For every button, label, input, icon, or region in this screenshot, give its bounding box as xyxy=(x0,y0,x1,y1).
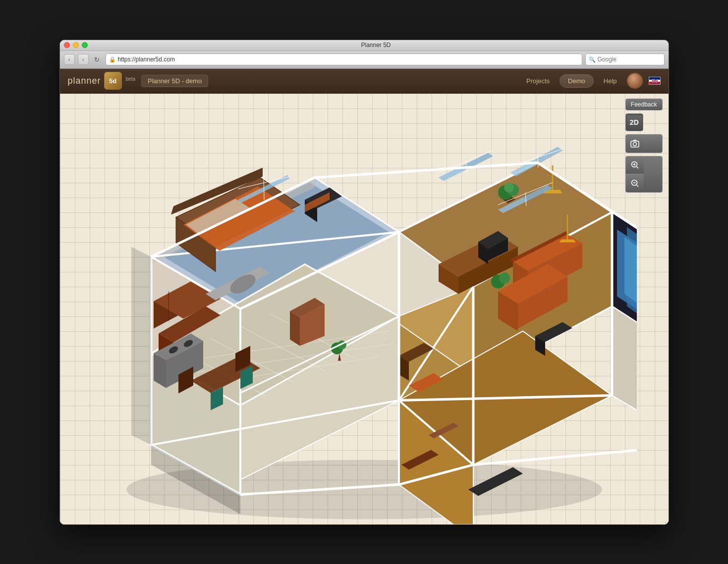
svg-marker-24 xyxy=(612,306,637,445)
view-2d-button[interactable]: 2D xyxy=(625,113,643,131)
minimize-button[interactable] xyxy=(73,42,79,48)
forward-button[interactable]: › xyxy=(78,54,89,65)
search-input[interactable] xyxy=(598,56,661,63)
svg-line-125 xyxy=(636,167,638,169)
svg-marker-120 xyxy=(131,247,151,445)
floorplan-svg xyxy=(92,118,637,524)
url-input[interactable] xyxy=(118,56,579,63)
resize-handle[interactable]: ⌟ xyxy=(664,518,667,523)
help-nav-button[interactable]: Help xyxy=(600,75,621,87)
reload-button[interactable]: ↻ xyxy=(92,54,103,65)
avatar[interactable] xyxy=(627,73,643,89)
svg-point-95 xyxy=(499,272,510,283)
window-title: Planner 5D xyxy=(88,42,665,49)
svg-line-129 xyxy=(636,185,638,187)
browser-toolbar: ‹ › ↻ 🔒 🔍 xyxy=(60,51,669,69)
browser-window: Planner 5D ‹ › ↻ 🔒 🔍 planner 5d beta Pla… xyxy=(59,40,669,525)
window-controls xyxy=(64,42,88,48)
right-toolbar: Feedback 2D xyxy=(625,99,663,193)
close-button[interactable] xyxy=(64,42,70,48)
project-name[interactable]: Planner 5D - demo xyxy=(141,75,208,87)
title-bar: Planner 5D xyxy=(60,40,669,51)
search-bar[interactable]: 🔍 xyxy=(585,53,665,65)
logo-text: planner xyxy=(68,76,101,86)
beta-label: beta xyxy=(126,76,135,82)
svg-marker-97 xyxy=(559,239,576,242)
maximize-button[interactable] xyxy=(82,42,88,48)
search-icon: 🔍 xyxy=(589,56,596,63)
zoom-out-icon xyxy=(630,179,639,188)
feedback-button[interactable]: Feedback xyxy=(625,99,663,110)
floorplan-container xyxy=(60,94,669,524)
demo-button[interactable]: Demo xyxy=(560,74,594,88)
projects-nav-button[interactable]: Projects xyxy=(522,75,554,87)
logo-badge: 5d xyxy=(104,72,122,90)
toolbar-group xyxy=(625,134,663,153)
zoom-out-button[interactable] xyxy=(626,174,644,192)
zoom-in-button[interactable] xyxy=(626,156,644,174)
avatar-image xyxy=(628,74,642,88)
zoom-group xyxy=(625,156,663,193)
logo-area: planner 5d beta xyxy=(68,72,136,90)
main-canvas[interactable]: Feedback 2D xyxy=(60,94,669,524)
svg-point-123 xyxy=(633,142,636,146)
svg-point-69 xyxy=(504,182,514,192)
address-bar[interactable]: 🔒 xyxy=(106,53,582,65)
zoom-in-icon xyxy=(630,160,639,169)
app-header: planner 5d beta Planner 5D - demo Projec… xyxy=(60,69,669,94)
camera-icon xyxy=(630,139,639,148)
language-flag-icon[interactable]: 🇬🇧 xyxy=(649,77,661,85)
lock-icon: 🔒 xyxy=(109,56,116,63)
svg-marker-88 xyxy=(535,147,563,162)
screenshot-button[interactable] xyxy=(626,135,644,153)
back-button[interactable]: ‹ xyxy=(64,54,75,65)
